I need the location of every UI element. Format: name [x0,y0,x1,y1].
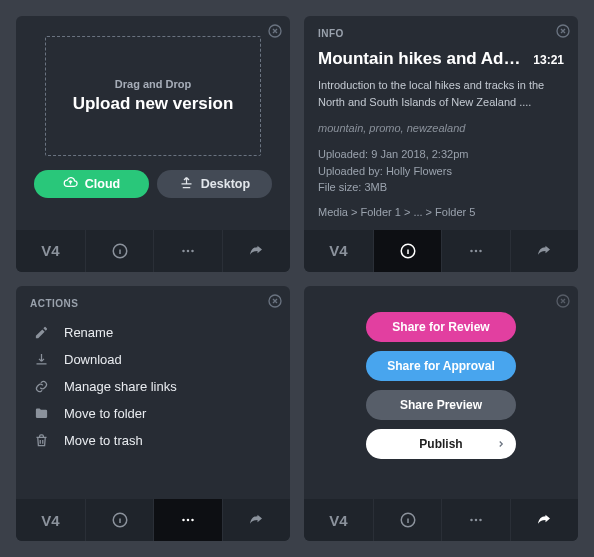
meta-uploadedby: Uploaded by: Holly Flowers [318,163,564,180]
action-move-to-folder[interactable]: Move to folder [30,400,276,427]
action-label: Move to trash [64,433,143,448]
share-preview-button[interactable]: Share Preview [366,390,516,420]
action-manage-share-links[interactable]: Manage share links [30,373,276,400]
svg-point-17 [470,519,473,522]
share-button[interactable] [511,230,578,272]
action-label: Rename [64,325,113,340]
svg-point-14 [191,519,194,522]
share-button[interactable] [223,499,290,541]
upload-desktop-button[interactable]: Desktop [157,170,272,198]
share-for-review-button[interactable]: Share for Review [366,312,516,342]
desktop-button-label: Desktop [201,177,250,191]
action-rename[interactable]: Rename [30,319,276,346]
share-for-approval-button[interactable]: Share for Approval [366,351,516,381]
pencil-icon [32,325,50,340]
actions-card: ACTIONS Rename Download Manage share lin… [16,286,290,542]
action-label: Move to folder [64,406,146,421]
info-button[interactable] [374,230,442,272]
media-description: Introduction to the local hikes and trac… [318,77,564,110]
svg-point-3 [187,249,190,252]
download-icon [32,352,50,367]
publish-button[interactable]: Publish [366,429,516,459]
desktop-upload-icon [179,175,194,193]
meta-filesize: File size: 3MB [318,179,564,196]
svg-point-18 [475,519,478,522]
upload-card: Drag and Drop Upload new version Cloud D… [16,16,290,272]
info-button[interactable] [86,499,154,541]
info-card: INFO Mountain hikes and Adve... 13:21 In… [304,16,578,272]
media-tags: mountain, promo, newzealand [318,122,564,134]
link-icon [32,379,50,394]
svg-point-19 [479,519,482,522]
trash-icon [32,433,50,448]
more-button[interactable] [442,230,510,272]
share-card: Share for Review Share for Approval Shar… [304,286,578,542]
svg-point-2 [182,249,185,252]
meta-uploaded: Uploaded: 9 Jan 2018, 2:32pm [318,146,564,163]
info-section-label: INFO [318,28,564,39]
svg-point-9 [479,249,482,252]
share-button[interactable] [511,499,578,541]
more-button[interactable] [442,499,510,541]
action-move-to-trash[interactable]: Move to trash [30,427,276,454]
media-title: Mountain hikes and Adve... [318,49,525,69]
upload-dropzone[interactable]: Drag and Drop Upload new version [45,36,261,156]
dropzone-subtitle: Drag and Drop [115,78,191,90]
svg-point-4 [191,249,194,252]
action-label: Manage share links [64,379,177,394]
svg-point-12 [182,519,185,522]
breadcrumb: Media > Folder 1 > ... > Folder 5 [318,206,564,218]
action-label: Download [64,352,122,367]
version-label: V4 [16,230,86,272]
more-button[interactable] [154,230,222,272]
upload-cloud-button[interactable]: Cloud [34,170,149,198]
svg-point-8 [475,249,478,252]
chevron-right-icon [496,439,506,449]
version-label: V4 [16,499,86,541]
share-button[interactable] [223,230,290,272]
version-label: V4 [304,499,374,541]
cloud-button-label: Cloud [85,177,120,191]
version-label: V4 [304,230,374,272]
info-button[interactable] [374,499,442,541]
folder-icon [32,406,50,421]
svg-point-7 [470,249,473,252]
button-label: Share Preview [400,398,482,412]
button-label: Publish [419,437,462,451]
more-button[interactable] [154,499,222,541]
actions-section-label: ACTIONS [30,298,276,309]
svg-point-13 [187,519,190,522]
button-label: Share for Approval [387,359,495,373]
media-duration: 13:21 [533,53,564,67]
cloud-upload-icon [63,175,78,193]
action-download[interactable]: Download [30,346,276,373]
button-label: Share for Review [392,320,489,334]
dropzone-title: Upload new version [73,94,234,114]
info-button[interactable] [86,230,154,272]
